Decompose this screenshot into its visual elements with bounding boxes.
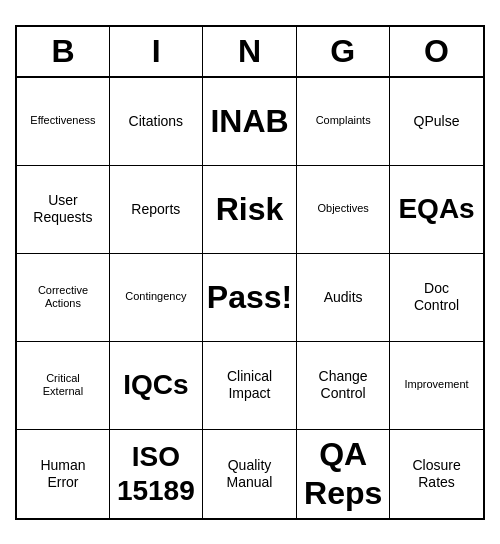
bingo-cell-22: QualityManual xyxy=(203,430,297,518)
bingo-cell-14: DocControl xyxy=(390,254,483,342)
bingo-cell-7: Risk xyxy=(203,166,297,254)
cell-text-3: Complaints xyxy=(316,114,371,127)
header-letter-N: N xyxy=(203,27,296,76)
cell-text-16: IQCs xyxy=(123,368,188,402)
bingo-cell-21: ISO15189 xyxy=(110,430,203,518)
cell-text-2: INAB xyxy=(210,102,288,140)
bingo-cell-10: CorrectiveActions xyxy=(17,254,110,342)
cell-text-8: Objectives xyxy=(317,202,368,215)
bingo-cell-1: Citations xyxy=(110,78,203,166)
bingo-cell-5: UserRequests xyxy=(17,166,110,254)
bingo-card: BINGO EffectivenessCitationsINABComplain… xyxy=(15,25,485,520)
bingo-cell-20: HumanError xyxy=(17,430,110,518)
bingo-grid: EffectivenessCitationsINABComplaintsQPul… xyxy=(17,78,483,518)
cell-text-5: UserRequests xyxy=(33,192,92,226)
bingo-cell-2: INAB xyxy=(203,78,297,166)
cell-text-22: QualityManual xyxy=(227,457,273,491)
cell-text-17: ClinicalImpact xyxy=(227,368,272,402)
cell-text-12: Pass! xyxy=(207,278,292,316)
bingo-cell-0: Effectiveness xyxy=(17,78,110,166)
cell-text-19: Improvement xyxy=(404,378,468,391)
header-letter-B: B xyxy=(17,27,110,76)
bingo-cell-15: CriticalExternal xyxy=(17,342,110,430)
bingo-cell-6: Reports xyxy=(110,166,203,254)
cell-text-13: Audits xyxy=(324,289,363,306)
bingo-cell-19: Improvement xyxy=(390,342,483,430)
cell-text-9: EQAs xyxy=(398,192,474,226)
bingo-cell-16: IQCs xyxy=(110,342,203,430)
header-letter-O: O xyxy=(390,27,483,76)
header-letter-G: G xyxy=(297,27,390,76)
bingo-cell-13: Audits xyxy=(297,254,390,342)
cell-text-0: Effectiveness xyxy=(30,114,95,127)
cell-text-6: Reports xyxy=(131,201,180,218)
bingo-cell-23: QAReps xyxy=(297,430,390,518)
cell-text-7: Risk xyxy=(216,190,284,228)
bingo-cell-18: ChangeControl xyxy=(297,342,390,430)
bingo-cell-9: EQAs xyxy=(390,166,483,254)
bingo-cell-24: ClosureRates xyxy=(390,430,483,518)
bingo-header: BINGO xyxy=(17,27,483,78)
bingo-cell-12: Pass! xyxy=(203,254,297,342)
cell-text-23: QAReps xyxy=(304,435,382,512)
cell-text-14: DocControl xyxy=(414,280,459,314)
cell-text-21: ISO15189 xyxy=(117,440,195,507)
cell-text-18: ChangeControl xyxy=(319,368,368,402)
cell-text-10: CorrectiveActions xyxy=(38,284,88,310)
cell-text-15: CriticalExternal xyxy=(43,372,83,398)
cell-text-20: HumanError xyxy=(40,457,85,491)
cell-text-24: ClosureRates xyxy=(412,457,460,491)
cell-text-4: QPulse xyxy=(414,113,460,130)
header-letter-I: I xyxy=(110,27,203,76)
bingo-cell-4: QPulse xyxy=(390,78,483,166)
bingo-cell-11: Contingency xyxy=(110,254,203,342)
bingo-cell-8: Objectives xyxy=(297,166,390,254)
cell-text-1: Citations xyxy=(129,113,183,130)
bingo-cell-17: ClinicalImpact xyxy=(203,342,297,430)
bingo-cell-3: Complaints xyxy=(297,78,390,166)
cell-text-11: Contingency xyxy=(125,290,186,303)
